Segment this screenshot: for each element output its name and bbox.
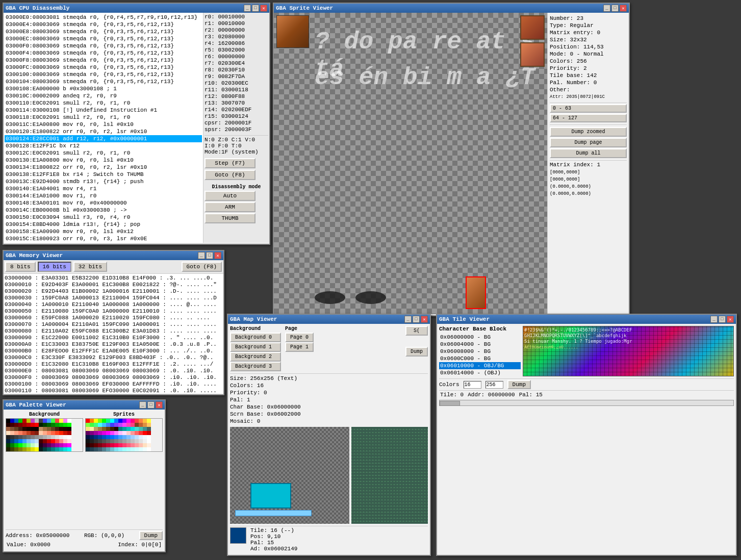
palette-cell[interactable] [114,423,118,427]
palette-cell[interactable] [51,439,55,443]
palette-cell[interactable] [143,419,147,423]
cpu-code-line[interactable]: 030010C:00002009 andeq r2, r0, r9 [5,92,202,99]
palette-cell[interactable] [6,427,10,431]
page0-btn[interactable]: Page 0 [285,333,314,342]
palette-cell[interactable] [143,431,147,435]
bits32-btn[interactable]: 32 bits [73,262,107,272]
cpu-code-line[interactable]: 03000F8:08003069 stmeqda r0, {r0,r3,r5,r… [5,57,202,64]
palette-cell[interactable] [63,427,67,431]
cpu-code-line[interactable]: 0300158:E1A00900 mov r0, r0, lsl #0x12 [5,228,202,235]
palette-cell[interactable] [94,423,98,427]
palette-cell[interactable] [10,431,14,435]
palette-cell[interactable] [139,439,143,443]
palette-cell[interactable] [126,419,131,423]
palette-cell[interactable] [94,419,98,423]
cpu-code-line[interactable]: 03000F4:08003069 stmeqda r0, {r0,r3,r5,r… [5,49,202,57]
palette-maximize-btn[interactable]: □ [147,401,155,409]
palette-cell[interactable] [39,423,43,427]
palette-cell[interactable] [6,447,10,451]
palette-cell[interactable] [122,427,126,431]
palette-cell[interactable] [126,427,131,431]
palette-cell[interactable] [139,423,143,427]
palette-cell[interactable] [55,443,59,447]
palette-cell[interactable] [110,419,114,423]
cpu-code-line[interactable]: 03000E4:08003069 stmeqda r0, {r0,r3,r5,r… [5,21,202,28]
palette-cell[interactable] [143,423,147,427]
palette-cell[interactable] [27,431,31,435]
palette-cell[interactable] [143,439,147,443]
palette-cell[interactable] [67,435,71,439]
palette-cell[interactable] [47,435,51,439]
palette-cell[interactable] [118,443,122,447]
palette-cell[interactable] [43,439,47,443]
palette-cell[interactable] [118,439,122,443]
palette-cell[interactable] [63,447,67,451]
palette-cell[interactable] [18,443,22,447]
palette-cell[interactable] [22,439,27,443]
palette-cell[interactable] [102,443,106,447]
palette-cell[interactable] [59,419,63,423]
sprite-minimize-btn[interactable]: _ [603,5,610,12]
arm-btn[interactable]: ARM [205,202,255,212]
palette-cell[interactable] [59,423,63,427]
palette-cell[interactable] [135,439,139,443]
palette-cell[interactable] [102,439,106,443]
cpu-code-line[interactable]: 0300140:E1A04001 mov r4, r1 [5,185,202,192]
palette-cell[interactable] [114,431,118,435]
palette-cell[interactable] [126,423,131,427]
palette-cell[interactable] [135,435,139,439]
bits8-btn[interactable]: 8 bits [5,262,36,272]
palette-cell[interactable] [22,423,27,427]
palette-cell[interactable] [118,431,122,435]
mem-goto-btn[interactable]: Goto (F8) [182,262,222,272]
palette-cell[interactable] [14,423,18,427]
palette-cell[interactable] [35,447,39,451]
palette-cell[interactable] [55,431,59,435]
palette-cell[interactable] [55,419,59,423]
palette-cell[interactable] [86,427,90,431]
tile-block-row[interactable]: 0x06000000 - BG [439,334,521,341]
palette-cell[interactable] [14,435,18,439]
palette-cell[interactable] [35,443,39,447]
palette-cell[interactable] [139,435,143,439]
page1-btn[interactable]: Page 1 [285,342,314,352]
palette-cell[interactable] [14,447,18,451]
palette-cell[interactable] [110,431,114,435]
palette-cell[interactable] [10,439,14,443]
palette-cell[interactable] [51,427,55,431]
palette-cell[interactable] [10,427,14,431]
cpu-maximize-btn[interactable]: □ [252,5,259,12]
palette-cell[interactable] [67,439,71,443]
palette-cell[interactable] [14,431,18,435]
cpu-code-line[interactable]: 0300104:08003069 stmeqda r0, {r0,r3,r5,r… [5,78,202,85]
bits16-btn[interactable]: 16 bits [38,262,71,272]
palette-cell[interactable] [55,447,59,451]
cpu-code-line[interactable]: 0300100:08003069 stmeqda r0, {r0,r3,r5,r… [5,71,202,78]
palette-cell[interactable] [106,447,110,451]
palette-cell[interactable] [43,447,47,451]
map-close-btn[interactable]: ✕ [421,316,428,323]
palette-cell[interactable] [90,443,94,447]
tile-colors-16-input[interactable] [464,381,481,389]
palette-cell[interactable] [47,427,51,431]
palette-cell[interactable] [135,431,139,435]
palette-cell[interactable] [6,431,10,435]
bg0-btn[interactable]: Background 0 [230,333,281,342]
palette-cell[interactable] [22,443,27,447]
cpu-code-line[interactable]: 030015C:E1800923 orr r0, r0, r3, lsr #0x… [5,235,202,242]
palette-cell[interactable] [106,423,110,427]
palette-cell[interactable] [39,443,43,447]
palette-cell[interactable] [35,439,39,443]
palette-cell[interactable] [118,423,122,427]
palette-cell[interactable] [22,435,27,439]
palette-cell[interactable] [139,427,143,431]
cpu-code-line[interactable]: 030011C:E1A00800 mov r0, r0, lsl #0x10 [5,121,202,128]
palette-cell[interactable] [67,447,71,451]
palette-cell[interactable] [51,419,55,423]
cpu-code-line[interactable]: 030013C:E92D4000 stmdb r13!, {r14} ; pus… [5,178,202,185]
palette-cell[interactable] [63,443,67,447]
palette-cell[interactable] [18,431,22,435]
palette-cell[interactable] [10,447,14,451]
palette-cell[interactable] [67,419,71,423]
palette-cell[interactable] [27,435,31,439]
